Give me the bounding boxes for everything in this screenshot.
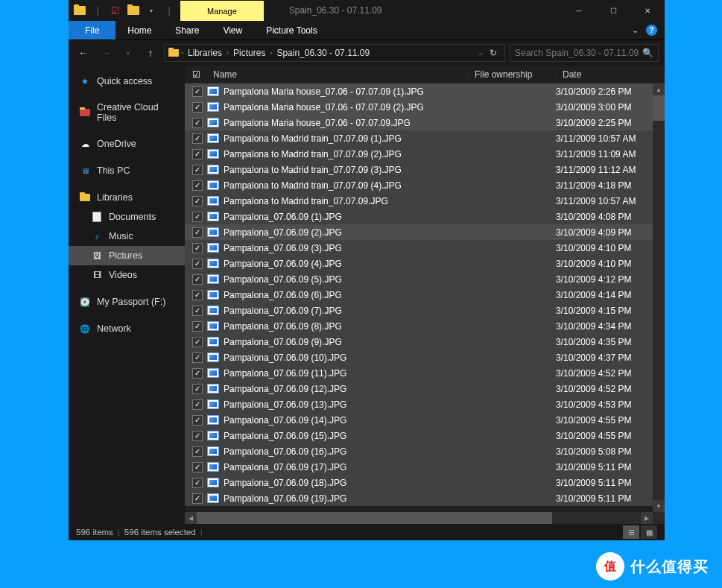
scroll-left-button[interactable]: ◀ bbox=[185, 512, 197, 524]
up-button[interactable]: ↑ bbox=[142, 47, 159, 59]
maximize-button[interactable]: ☐ bbox=[596, 0, 630, 21]
row-checkbox[interactable]: ✓ bbox=[192, 180, 203, 191]
row-checkbox[interactable]: ✓ bbox=[192, 478, 203, 488]
scroll-down-button[interactable]: ▼ bbox=[653, 500, 665, 512]
row-checkbox[interactable]: ✓ bbox=[192, 243, 203, 253]
row-checkbox[interactable]: ✓ bbox=[192, 86, 203, 97]
table-row[interactable]: ✓Pampalona to Madrid train_07.07.09 (1).… bbox=[185, 130, 665, 146]
row-checkbox[interactable]: ✓ bbox=[192, 196, 203, 206]
chevron-right-icon[interactable]: › bbox=[270, 49, 272, 57]
breadcrumb-pictures[interactable]: Pictures bbox=[230, 48, 268, 58]
sidebar-item-videos[interactable]: 🎞Videos bbox=[69, 265, 185, 285]
breadcrumb[interactable]: › Libraries › Pictures › Spain_06.30 - 0… bbox=[164, 44, 505, 62]
recent-dropdown-icon[interactable]: ▾ bbox=[119, 50, 137, 57]
table-row[interactable]: ✓Pampalona_07.06.09 (7).JPG3/10/2009 4:1… bbox=[185, 303, 665, 318]
table-row[interactable]: ✓Pampalona_07.06.09 (9).JPG3/10/2009 4:3… bbox=[185, 334, 665, 350]
refresh-button[interactable]: ↻ bbox=[485, 48, 501, 58]
checkbox-icon[interactable]: ☑ bbox=[107, 2, 124, 19]
row-checkbox[interactable]: ✓ bbox=[192, 306, 203, 316]
sidebar-item-music[interactable]: ♪Music bbox=[69, 227, 185, 246]
ribbon-tab-share[interactable]: Share bbox=[163, 21, 211, 39]
qat-dropdown-icon[interactable]: ▾ bbox=[143, 2, 159, 19]
table-row[interactable]: ✓Pampalona Maria house_07.06 - 07.07.09.… bbox=[185, 115, 665, 130]
chevron-right-icon[interactable]: › bbox=[227, 49, 229, 57]
close-button[interactable]: ✕ bbox=[630, 0, 665, 21]
row-checkbox[interactable]: ✓ bbox=[192, 165, 203, 175]
search-box[interactable]: 🔍 bbox=[510, 44, 659, 62]
forward-button[interactable]: → bbox=[97, 47, 115, 59]
row-checkbox[interactable]: ✓ bbox=[192, 149, 203, 159]
search-input[interactable] bbox=[515, 48, 642, 58]
sidebar-item-my-passport[interactable]: 💽My Passport (F:) bbox=[69, 292, 185, 312]
row-checkbox[interactable]: ✓ bbox=[192, 212, 203, 222]
chevron-right-icon[interactable]: › bbox=[181, 49, 183, 57]
table-row[interactable]: ✓Pampalona_07.06.09 (12).JPG3/10/2009 4:… bbox=[185, 381, 665, 396]
scroll-up-button[interactable]: ▲ bbox=[653, 83, 665, 95]
row-checkbox[interactable]: ✓ bbox=[192, 462, 203, 472]
ribbon-tab-home[interactable]: Home bbox=[115, 21, 163, 39]
row-checkbox[interactable]: ✓ bbox=[192, 446, 203, 457]
table-row[interactable]: ✓Pampalona_07.06.09 (18).JPG3/10/2009 5:… bbox=[185, 475, 665, 490]
sidebar-item-quick-access[interactable]: ★Quick access bbox=[69, 72, 185, 91]
sidebar-item-network[interactable]: 🌐Network bbox=[69, 319, 185, 338]
column-date[interactable]: Date bbox=[556, 69, 665, 80]
scroll-thumb[interactable] bbox=[653, 95, 665, 121]
address-dropdown-icon[interactable]: ⌄ bbox=[478, 49, 484, 57]
row-checkbox[interactable]: ✓ bbox=[192, 337, 203, 347]
table-row[interactable]: ✓Pampalona_07.06.09 (10).JPG3/10/2009 4:… bbox=[185, 350, 665, 365]
row-checkbox[interactable]: ✓ bbox=[192, 259, 203, 269]
ribbon-tab-view[interactable]: View bbox=[211, 21, 254, 39]
row-checkbox[interactable]: ✓ bbox=[192, 399, 203, 410]
row-checkbox[interactable]: ✓ bbox=[192, 102, 203, 113]
table-row[interactable]: ✓Pampalona_07.06.09 (2).JPG3/10/2009 4:0… bbox=[185, 224, 665, 240]
help-button[interactable]: ? bbox=[646, 25, 657, 36]
table-row[interactable]: ✓Pampalona to Madrid train_07.07.09.JPG3… bbox=[185, 193, 665, 209]
table-row[interactable]: ✓Pampalona_07.06.09 (13).JPG3/10/2009 4:… bbox=[185, 396, 665, 412]
sidebar-item-this-pc[interactable]: 🖥This PC bbox=[69, 161, 185, 180]
table-row[interactable]: ✓Pampalona_07.06.09 (19).JPG3/10/2009 5:… bbox=[185, 490, 665, 506]
table-row[interactable]: ✓Pampalona to Madrid train_07.07.09 (4).… bbox=[185, 177, 665, 193]
sidebar-item-libraries[interactable]: Libraries bbox=[69, 188, 185, 207]
breadcrumb-current[interactable]: Spain_06.30 - 07.11.09 bbox=[273, 48, 373, 58]
table-row[interactable]: ✓Pampalona Maria house_07.06 - 07.07.09 … bbox=[185, 99, 665, 115]
row-checkbox[interactable]: ✓ bbox=[192, 290, 203, 300]
horizontal-scrollbar[interactable]: ◀ ▶ bbox=[185, 512, 653, 524]
row-checkbox[interactable]: ✓ bbox=[192, 133, 203, 144]
ribbon-tab-file[interactable]: File bbox=[69, 21, 115, 39]
row-checkbox[interactable]: ✓ bbox=[192, 274, 203, 285]
table-row[interactable]: ✓Pampalona_07.06.09 (5).JPG3/10/2009 4:1… bbox=[185, 271, 665, 287]
column-select-all[interactable]: ☑ bbox=[192, 69, 209, 80]
scroll-right-button[interactable]: ▶ bbox=[641, 512, 653, 524]
row-checkbox[interactable]: ✓ bbox=[192, 493, 203, 504]
sidebar-item-pictures[interactable]: 🖼Pictures bbox=[69, 246, 185, 265]
file-list[interactable]: ✓Pampalona Maria house_07.06 - 07.07.09 … bbox=[185, 83, 665, 524]
sidebar-item-documents[interactable]: Documents bbox=[69, 207, 185, 227]
table-row[interactable]: ✓Pampalona_07.06.09 (6).JPG3/10/2009 4:1… bbox=[185, 287, 665, 303]
row-checkbox[interactable]: ✓ bbox=[192, 431, 203, 441]
table-row[interactable]: ✓Pampalona_07.06.09 (1).JPG3/10/2009 4:0… bbox=[185, 209, 665, 224]
ribbon-expand-icon[interactable]: ⌄ bbox=[632, 25, 639, 35]
table-row[interactable]: ✓Pampalona to Madrid train_07.07.09 (2).… bbox=[185, 146, 665, 162]
scroll-thumb-h[interactable] bbox=[197, 512, 552, 524]
table-row[interactable]: ✓Pampalona_07.06.09 (4).JPG3/10/2009 4:1… bbox=[185, 256, 665, 271]
vertical-scrollbar[interactable]: ▲ ▼ bbox=[653, 83, 665, 524]
back-button[interactable]: ← bbox=[75, 47, 92, 59]
table-row[interactable]: ✓Pampalona_07.06.09 (16).JPG3/10/2009 5:… bbox=[185, 443, 665, 459]
table-row[interactable]: ✓Pampalona_07.06.09 (14).JPG3/10/2009 4:… bbox=[185, 412, 665, 428]
table-row[interactable]: ✓Pampalona_07.06.09 (15).JPG3/10/2009 4:… bbox=[185, 428, 665, 443]
row-checkbox[interactable]: ✓ bbox=[192, 415, 203, 426]
details-view-button[interactable]: ☰ bbox=[623, 525, 639, 539]
table-row[interactable]: ✓Pampalona to Madrid train_07.07.09 (3).… bbox=[185, 162, 665, 177]
titlebar[interactable]: | ☑ ▾ | Manage Spain_06.30 - 07.11.09 ─ … bbox=[69, 0, 665, 21]
table-row[interactable]: ✓Pampalona_07.06.09 (17).JPG3/10/2009 5:… bbox=[185, 459, 665, 475]
row-checkbox[interactable]: ✓ bbox=[192, 368, 203, 379]
column-name[interactable]: Name bbox=[209, 69, 468, 80]
row-checkbox[interactable]: ✓ bbox=[192, 321, 203, 332]
thumbnails-view-button[interactable]: ▦ bbox=[641, 525, 657, 539]
table-row[interactable]: ✓Pampalona_07.06.09 (3).JPG3/10/2009 4:1… bbox=[185, 240, 665, 256]
row-checkbox[interactable]: ✓ bbox=[192, 353, 203, 363]
sidebar-item-onedrive[interactable]: ☁OneDrive bbox=[69, 134, 185, 154]
row-checkbox[interactable]: ✓ bbox=[192, 227, 203, 238]
table-row[interactable]: ✓Pampalona_07.06.09 (8).JPG3/10/2009 4:3… bbox=[185, 318, 665, 334]
column-ownership[interactable]: File ownership bbox=[468, 69, 556, 80]
